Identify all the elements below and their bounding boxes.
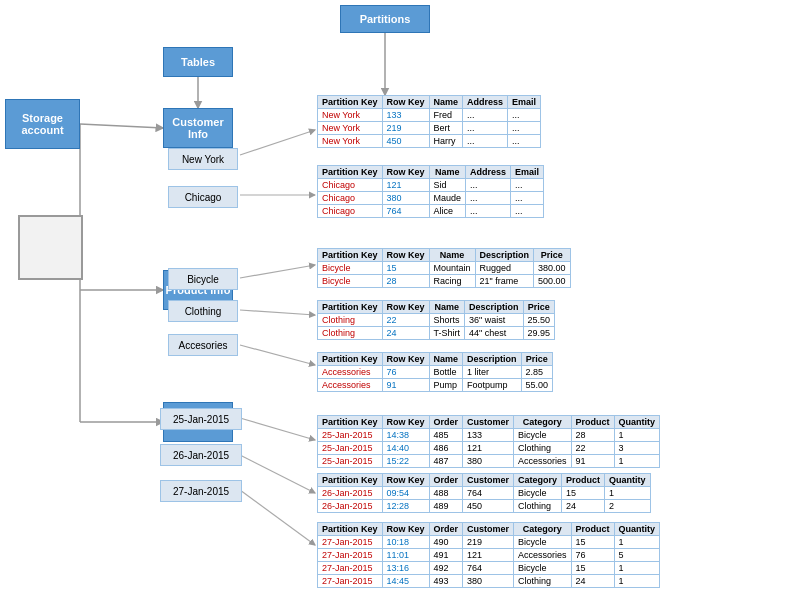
partition-25jan: 25-Jan-2015 [160, 408, 242, 430]
partition-bicycle: Bicycle [168, 268, 238, 290]
table-product-bicycle: Partition Key Row Key Name Description P… [317, 248, 571, 288]
table-product-clothing: Partition Key Row Key Name Description P… [317, 300, 555, 340]
th-rk: Row Key [382, 96, 429, 109]
table-row: 25-Jan-201514:38485133Bicycle281 [318, 429, 660, 442]
table-customer-chicago: Partition Key Row Key Name Address Email… [317, 165, 544, 218]
th-addr: Address [463, 96, 508, 109]
table-row: New York219Bert...... [318, 122, 541, 135]
svg-line-0 [80, 124, 163, 128]
contoso-data-box [18, 215, 83, 280]
customer-info-box: Customer Info [163, 108, 233, 148]
storage-account-box: Storage account [5, 99, 80, 149]
table-row: Bicycle15MountainRugged380.00 [318, 262, 571, 275]
diagram: Storage account Tables Partitions Custom… [0, 0, 803, 606]
table-row: Bicycle28Racing21" frame500.00 [318, 275, 571, 288]
table-row: 27-Jan-201513:16492764Bicycle151 [318, 562, 660, 575]
svg-line-10 [240, 310, 315, 315]
storage-label: Storage account [6, 112, 79, 136]
table-row: 25-Jan-201514:40486121Clothing223 [318, 442, 660, 455]
table-row: Accessories91PumpFootpump55.00 [318, 379, 553, 392]
table-row: 27-Jan-201510:18490219Bicycle151 [318, 536, 660, 549]
tables-box: Tables [163, 47, 233, 77]
svg-line-12 [240, 418, 315, 440]
customer-label: Customer Info [164, 116, 232, 140]
svg-line-7 [240, 130, 315, 155]
partition-27jan: 27-Jan-2015 [160, 480, 242, 502]
table-order-25jan: Partition Key Row Key Order Customer Cat… [317, 415, 660, 468]
table-row: 26-Jan-201509:54488764Bicycle151 [318, 487, 651, 500]
table-product-accessories: Partition Key Row Key Name Description P… [317, 352, 553, 392]
partitions-box: Partitions [340, 5, 430, 33]
table-row: Chicago121Sid...... [318, 179, 544, 192]
table-order-27jan: Partition Key Row Key Order Customer Cat… [317, 522, 660, 588]
table-row: Accessories76Bottle1 liter2.85 [318, 366, 553, 379]
partition-accessories: Accesories [168, 334, 238, 356]
th-name: Name [429, 96, 463, 109]
table-row: Chicago764Alice...... [318, 205, 544, 218]
table-row: 25-Jan-201515:22487380Accessories911 [318, 455, 660, 468]
table-row: Chicago380Maude...... [318, 192, 544, 205]
tables-label: Tables [181, 56, 215, 68]
table-row: Clothing24T-Shirt44" chest29.95 [318, 327, 555, 340]
table-order-26jan: Partition Key Row Key Order Customer Cat… [317, 473, 651, 513]
partition-clothing: Clothing [168, 300, 238, 322]
partitions-label: Partitions [360, 13, 411, 25]
partition-chicago: Chicago [168, 186, 238, 208]
table-row: New York133Fred...... [318, 109, 541, 122]
partition-newyork: New York [168, 148, 238, 170]
table-row: 27-Jan-201511:01491121Accessories765 [318, 549, 660, 562]
svg-line-9 [240, 265, 315, 278]
svg-line-11 [240, 345, 315, 365]
table-row: 27-Jan-201514:45493380Clothing241 [318, 575, 660, 588]
svg-line-13 [240, 455, 315, 493]
table-row: 26-Jan-201512:28489450Clothing242 [318, 500, 651, 513]
th-email: Email [508, 96, 541, 109]
table-row: New York450Harry...... [318, 135, 541, 148]
svg-line-14 [240, 490, 315, 545]
th-pk: Partition Key [318, 96, 383, 109]
table-row: Clothing22Shorts36" waist25.50 [318, 314, 555, 327]
partition-26jan: 26-Jan-2015 [160, 444, 242, 466]
table-customer-newyork: Partition Key Row Key Name Address Email… [317, 95, 541, 148]
